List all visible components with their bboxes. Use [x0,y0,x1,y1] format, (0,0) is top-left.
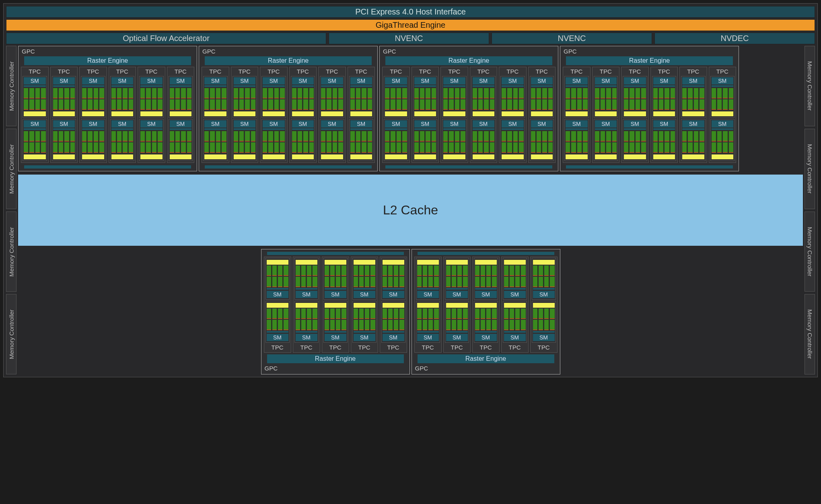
cuda-core [566,131,570,142]
cuda-core [330,265,335,276]
tpc-label: TPC [23,68,47,75]
cuda-core [64,131,69,142]
cuda-core [29,131,34,142]
cuda-core-row [24,142,46,153]
tpc-label: TPC [500,68,525,75]
cuda-core [583,142,587,153]
cuda-core [531,131,536,142]
gpc-label: GPC [563,48,736,55]
tpc-block: TPCSMSM [621,67,649,163]
cuda-core [700,99,704,110]
cuda-core-row [712,88,734,99]
sm-label: SM [443,77,465,84]
cuda-core [452,277,457,287]
cuda-core [475,309,480,319]
cuda-core [729,142,733,153]
sm-shared-memory [502,111,524,116]
cuda-core [712,142,716,153]
cuda-core [82,88,87,99]
cuda-core [152,142,157,153]
sm-shared-memory [446,260,468,265]
cuda-core [394,309,399,319]
cuda-core-row [566,99,588,110]
sm-shared-memory [350,111,372,116]
cuda-core-row [653,131,675,142]
cuda-core [659,88,664,99]
cuda-core [612,88,617,99]
cuda-core [59,142,64,153]
cuda-core [426,142,430,153]
cuda-core [41,99,45,110]
cuda-core [370,265,375,276]
sm-label: SM [653,77,675,84]
gpc-label: GPC [202,48,375,55]
tpc-label: TPC [320,68,344,75]
cuda-core-row [234,131,256,142]
cuda-core [571,88,576,99]
memory-controller: Memory Controller [805,294,815,374]
cuda-core-row [24,88,46,99]
sm-label: SM [533,291,555,298]
cuda-core [359,320,364,330]
cuda-core-row [595,99,617,110]
cuda-core [181,131,186,142]
cuda-core-row [682,142,704,153]
tpc-block: TPCSMSM [50,67,78,163]
cuda-core [723,99,728,110]
cuda-core [362,99,366,110]
tpc-block: TPCSMSM [231,67,259,163]
cuda-core [321,131,326,142]
sm-shared-memory [383,260,404,265]
memory-controller: Memory Controller [6,294,16,374]
cuda-core [653,99,658,110]
cuda-core [280,99,284,110]
cuda-core-row [443,131,465,142]
cuda-core [362,131,366,142]
cuda-core [278,309,283,319]
cuda-core [399,320,404,330]
cuda-core [391,99,395,110]
cuda-core [296,320,300,330]
cuda-core [239,131,244,142]
cuda-core [388,320,393,330]
cuda-core-row [82,99,104,110]
tpc-block: TPCSMSM [293,257,320,353]
cuda-core [402,142,407,153]
sm-label: SM [417,291,439,298]
cuda-core [245,131,250,142]
cuda-core [426,88,430,99]
cuda-core [515,309,520,319]
cuda-core [544,309,549,319]
cuda-core [423,265,428,276]
cuda-core [601,88,605,99]
cuda-core [688,131,693,142]
cuda-core [111,131,116,142]
sm-block: SM [352,301,377,343]
cuda-core [354,265,358,276]
sm-block: SM [500,119,525,161]
cuda-core [624,88,629,99]
cuda-core [432,88,436,99]
cuda-core-row [533,277,555,287]
cuda-core-row [354,265,375,276]
cuda-core [537,88,541,99]
sm-shared-memory [504,260,526,265]
tpc-block: TPCSMSM [167,67,195,163]
cuda-core [723,131,728,142]
cuda-core [263,131,267,142]
nvdec-block: NVDEC [654,33,815,44]
cuda-core [423,309,428,319]
cuda-core [170,131,175,142]
cuda-core [481,309,486,319]
cuda-core [70,99,75,110]
cuda-core [365,320,370,330]
cuda-core [123,88,128,99]
sm-block: SM [381,301,405,343]
gpc-block: GPCRaster EngineTPCSMSMTPCSMSMTPCSMSMTPC… [261,249,410,374]
sm-label: SM [263,120,285,128]
cuda-core-row [325,277,346,287]
cuda-core [402,88,407,99]
cuda-core [309,142,314,153]
cuda-core-row [624,142,646,153]
cuda-core [301,277,306,287]
